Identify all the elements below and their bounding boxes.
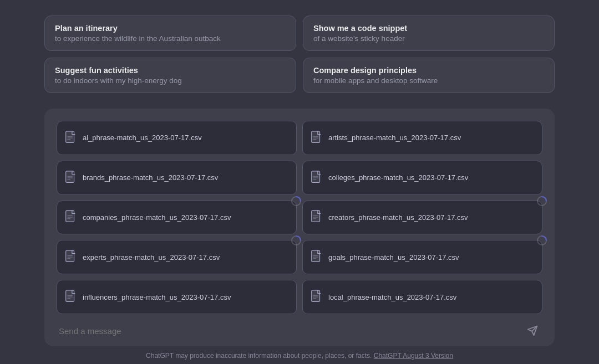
svg-rect-21 [312, 211, 320, 222]
suggestion-sub-1: of a website's sticky header [313, 34, 544, 43]
svg-rect-0 [66, 131, 74, 142]
file-name: brands_phrase-match_us_2023-07-17.csv [83, 173, 218, 182]
svg-rect-8 [66, 171, 74, 182]
file-csv-icon [65, 290, 77, 304]
loading-spinner [291, 235, 302, 246]
suggestion-sub-0: to experience the wildlife in the Austra… [55, 34, 286, 43]
file-csv-icon [311, 131, 323, 145]
file-item[interactable]: ai_phrase-match_us_2023-07-17.csv [57, 121, 297, 155]
send-button[interactable] [525, 323, 540, 339]
file-name: goals_phrase-match_us_2023-07-17.csv [328, 253, 459, 262]
suggestion-title-0: Plan an itinerary [55, 24, 286, 33]
file-item[interactable]: artists_phrase-match_us_2023-07-17.csv [302, 121, 542, 155]
file-name: colleges_phrase-match_us_2023-07-17.csv [328, 173, 468, 182]
send-icon [527, 325, 538, 336]
file-item[interactable]: companies_phrase-match_us_2023-07-17.csv [57, 201, 297, 235]
suggestion-sub-2: to do indoors with my high-energy dog [55, 76, 286, 85]
suggestion-title-2: Suggest fun activities [55, 66, 286, 75]
suggestion-card-2[interactable]: Suggest fun activities to do indoors wit… [44, 58, 296, 93]
file-name: companies_phrase-match_us_2023-07-17.csv [83, 213, 231, 222]
file-item[interactable]: experts_phrase-match_us_2023-07-17.csv [57, 240, 297, 274]
footer: ChatGPT may produce inaccurate informati… [146, 346, 453, 364]
svg-rect-26 [66, 250, 74, 262]
suggestion-card-3[interactable]: Compare design principles for mobile app… [303, 58, 555, 93]
file-name: influencers_phrase-match_us_2023-07-17.c… [83, 293, 231, 301]
file-csv-icon [311, 171, 323, 185]
loading-spinner [536, 196, 547, 207]
chat-area: ai_phrase-match_us_2023-07-17.csv artist… [44, 109, 555, 346]
svg-rect-40 [312, 290, 320, 301]
footer-text: ChatGPT may produce inaccurate informati… [146, 352, 372, 360]
message-input[interactable] [59, 326, 519, 336]
suggestion-title-3: Compare design principles [313, 66, 544, 75]
file-csv-icon [65, 131, 77, 145]
file-csv-icon [65, 250, 77, 264]
svg-rect-16 [66, 211, 74, 222]
file-name: artists_phrase-match_us_2023-07-17.csv [328, 134, 461, 142]
file-item[interactable]: local_phrase-match_us_2023-07-17.csv [302, 280, 542, 314]
suggestion-title-1: Show me a code snippet [313, 24, 544, 33]
footer-link[interactable]: ChatGPT August 3 Version [374, 352, 453, 360]
file-name: ai_phrase-match_us_2023-07-17.csv [83, 134, 202, 142]
suggestion-card-0[interactable]: Plan an itinerary to experience the wild… [44, 16, 296, 51]
loading-spinner [291, 196, 302, 207]
file-item[interactable]: creators_phrase-match_us_2023-07-17.csv [302, 201, 542, 235]
file-csv-icon [65, 171, 77, 185]
file-name: local_phrase-match_us_2023-07-17.csv [328, 293, 456, 301]
file-item[interactable]: brands_phrase-match_us_2023-07-17.csv [57, 161, 297, 195]
file-csv-icon [311, 250, 323, 264]
file-item[interactable]: influencers_phrase-match_us_2023-07-17.c… [57, 280, 297, 314]
suggestion-sub-3: for mobile apps and desktop software [313, 76, 544, 85]
svg-rect-12 [312, 171, 320, 182]
message-bar [57, 314, 542, 346]
file-grid: ai_phrase-match_us_2023-07-17.csv artist… [57, 121, 542, 314]
file-csv-icon [65, 210, 77, 224]
svg-rect-31 [312, 250, 320, 262]
file-csv-icon [311, 290, 323, 304]
svg-rect-4 [312, 131, 320, 142]
file-name: experts_phrase-match_us_2023-07-17.csv [83, 253, 220, 262]
suggestion-grid: Plan an itinerary to experience the wild… [44, 16, 555, 93]
file-name: creators_phrase-match_us_2023-07-17.csv [328, 213, 468, 222]
file-item[interactable]: goals_phrase-match_us_2023-07-17.csv [302, 240, 542, 274]
svg-rect-36 [66, 290, 74, 301]
loading-spinner [536, 235, 547, 246]
suggestion-card-1[interactable]: Show me a code snippet of a website's st… [303, 16, 555, 51]
file-csv-icon [311, 210, 323, 224]
file-item[interactable]: colleges_phrase-match_us_2023-07-17.csv [302, 161, 542, 195]
